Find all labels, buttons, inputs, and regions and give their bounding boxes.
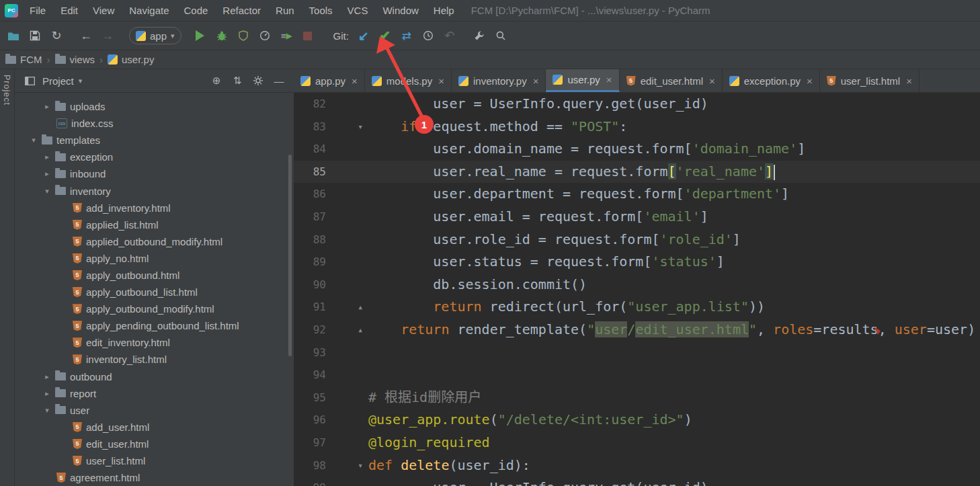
close-tab-icon[interactable]: × [533,75,539,87]
tree-item[interactable]: 5applied_list.html [15,216,294,233]
tree-item[interactable]: ▾templates [15,132,294,149]
open-project-icon[interactable] [3,26,24,46]
line-number[interactable]: 89 [294,251,326,274]
fold-marker-icon[interactable]: ▾ [326,454,368,477]
tree-item[interactable]: 5applied_outbound_modify.html [15,233,294,250]
project-panel-title[interactable]: Project [42,75,74,87]
line-number[interactable]: 90 [294,274,326,296]
line-number[interactable]: 85 [294,161,326,184]
breadcrumb-item[interactable]: views [55,54,95,65]
code-line[interactable]: 96@user_app.route("/delete/<int:user_id>… [294,409,980,432]
tab-user.py[interactable]: user.py× [546,69,619,92]
gear-icon[interactable] [250,73,266,89]
code-line[interactable]: 91▴ return redirect(url_for("user_app.li… [294,296,980,319]
code-line[interactable]: 97@login_required [294,432,980,454]
chevron-collapsed-icon[interactable]: ▸ [42,169,52,178]
code-line[interactable]: 89 user.status = request.form['status'] [294,251,980,274]
code-line[interactable]: 94 [294,364,980,387]
tree-item[interactable]: ▸uploads [15,98,294,115]
chevron-collapsed-icon[interactable]: ▸ [42,389,52,398]
menu-item-file[interactable]: File [22,0,53,22]
code-line[interactable]: 86 user.department = request.form['depar… [294,183,980,206]
code-line[interactable]: 95# 根据id删除用户 [294,387,980,409]
menu-item-code[interactable]: Code [176,0,215,22]
chevron-expanded-icon[interactable]: ▾ [42,406,52,415]
menu-item-refactor[interactable]: Refactor [215,0,268,22]
fold-marker-icon[interactable]: ▴ [326,296,368,319]
code-line[interactable]: 92▴ return render_template("user/edit_us… [294,319,980,341]
menu-item-navigate[interactable]: Navigate [122,0,176,22]
line-number[interactable]: 92 [294,319,326,341]
code-editor[interactable]: 82 user = UserInfo.query.get(user_id)83▾… [294,93,980,486]
breadcrumb-item[interactable]: FCM [5,54,42,65]
profiler-icon[interactable] [255,26,275,46]
tree-item[interactable]: 5agreement.html [15,469,294,486]
line-number[interactable]: 98 [294,454,326,477]
line-number[interactable]: 95 [294,387,326,409]
rollback-icon[interactable]: ↶ [440,26,460,46]
project-scrollbar[interactable] [288,155,292,356]
forward-icon[interactable]: → [97,26,118,46]
close-tab-icon[interactable]: × [352,75,358,87]
hide-panel-icon[interactable]: — [271,73,287,89]
chevron-expanded-icon[interactable]: ▾ [28,136,39,145]
fold-marker-icon[interactable]: ▴ [326,319,368,341]
tree-item[interactable]: 5apply_outbound_list.html [15,284,294,300]
code-line[interactable]: 83▾ if request.method == "POST": [294,116,980,138]
locate-file-icon[interactable]: ⊕ [208,73,224,89]
chevron-collapsed-icon[interactable]: ▸ [42,153,52,161]
tree-item[interactable]: 5apply_no.html [15,250,294,267]
line-number[interactable]: 84 [294,138,326,161]
tree-item[interactable]: 5apply_outbound.html [15,267,294,284]
tree-item[interactable]: ▸exception [15,149,294,165]
code-line[interactable]: 84 user.domain_name = request.form['doma… [294,138,980,161]
tree-item[interactable]: 5add_user.html [15,419,294,436]
fold-marker-icon[interactable]: ▾ [326,116,368,138]
save-all-icon[interactable] [25,26,45,46]
tree-item[interactable]: ▾inventory [15,182,294,199]
chevron-collapsed-icon[interactable]: ▸ [42,102,52,111]
close-tab-icon[interactable]: × [606,74,612,85]
code-line[interactable]: 90 db.session.commit() [294,274,980,296]
commit-icon[interactable]: ✔ [375,26,395,46]
line-number[interactable]: 96 [294,409,326,432]
breadcrumb-item[interactable]: user.py [108,54,154,65]
settings-wrench-icon[interactable] [469,26,489,46]
line-number[interactable]: 91 [294,296,326,319]
tree-item[interactable]: 5edit_inventory.html [15,334,294,351]
debug-icon[interactable] [212,26,232,46]
sync-icon[interactable]: ↻ [46,26,67,46]
tree-item[interactable]: ▸outbound [15,368,294,385]
menu-item-edit[interactable]: Edit [53,0,85,22]
tree-item[interactable]: 5inventory_list.html [15,351,294,368]
tab-exception.py[interactable]: exception.py× [723,69,820,92]
collapse-all-icon[interactable]: ⇅ [229,73,245,89]
menu-item-vcs[interactable]: VCS [340,0,376,22]
menu-item-help[interactable]: Help [426,0,462,22]
back-icon[interactable]: ← [76,26,96,46]
tab-edit_user.html[interactable]: 5edit_user.html× [620,69,723,92]
tab-app.py[interactable]: app.py× [294,69,365,92]
update-project-icon[interactable]: ↙ [354,26,374,46]
run-icon[interactable] [190,26,210,46]
line-number[interactable]: 88 [294,229,326,251]
history-icon[interactable] [418,26,438,46]
tree-item[interactable]: cssindex.css [15,115,294,132]
code-line[interactable]: 98▾def delete(user_id): [294,454,980,477]
line-number[interactable]: 87 [294,206,326,229]
line-number[interactable]: 82 [294,93,326,116]
chevron-expanded-icon[interactable]: ▾ [42,187,52,196]
tree-item[interactable]: 5apply_outbound_modify.html [15,300,294,317]
code-line[interactable]: 88 user.role_id = request.form['role_id'… [294,229,980,251]
line-number[interactable]: 93 [294,341,326,364]
run-config-selector[interactable]: app ▾ [129,27,181,44]
coverage-icon[interactable] [233,26,253,46]
close-tab-icon[interactable]: × [709,75,715,87]
tree-item[interactable]: 5user_list.html [15,452,294,469]
code-line[interactable]: 87 user.email = request.form['email'] [294,206,980,229]
close-tab-icon[interactable]: × [438,75,444,87]
tab-user_list.html[interactable]: 5user_list.html× [820,69,920,92]
stop-icon[interactable] [298,26,318,46]
close-tab-icon[interactable]: × [807,75,813,87]
menu-item-tools[interactable]: Tools [302,0,340,22]
